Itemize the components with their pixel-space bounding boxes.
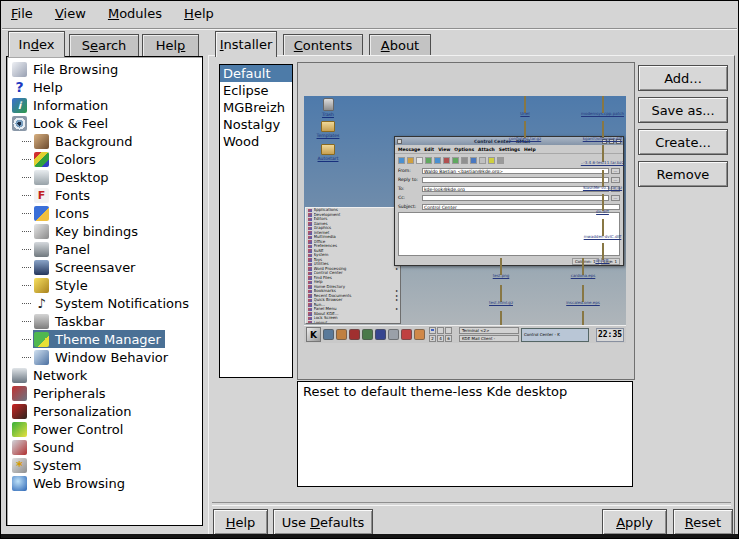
- theme-item-eclipse[interactable]: Eclipse: [220, 82, 292, 99]
- k-menu-item-icon: [308, 245, 312, 249]
- tree-item-network[interactable]: Network: [7, 366, 202, 384]
- k-menu-item-icon: [308, 236, 312, 240]
- menubar-item-view[interactable]: View: [46, 2, 95, 24]
- tree-item-web-browsing[interactable]: Web Browsing: [7, 474, 202, 492]
- tree-item-peripherals[interactable]: Peripherals: [7, 384, 202, 402]
- theme-item-mgbreizh[interactable]: MGBreizh: [220, 99, 292, 116]
- tree-item-file-browsing[interactable]: File Browsing: [7, 60, 202, 78]
- tree-connector: [22, 339, 31, 340]
- mail-field-label: Subject:: [398, 204, 422, 209]
- theme-list[interactable]: Default Eclipse MGBreizh Nostalgy Wood: [219, 64, 293, 378]
- tree-item-label: Desktop: [55, 170, 109, 185]
- k-menu-item-icon: [308, 312, 312, 316]
- mail-toolbar-icon: [416, 157, 423, 164]
- drive-icon: [12, 62, 27, 77]
- mail-field-label: From:: [398, 168, 422, 173]
- tree-item-system-notifications[interactable]: ♪ System Notifications: [7, 294, 202, 312]
- tree-item-personalization[interactable]: Personalization: [7, 402, 202, 420]
- tree-item-colors[interactable]: Colors: [7, 150, 202, 168]
- desktop-icon-label: Trash: [306, 112, 350, 117]
- tree-item-label: Network: [33, 368, 87, 383]
- help-button[interactable]: Help: [213, 509, 268, 535]
- tab-about[interactable]: About: [369, 34, 431, 57]
- menubar-item-modules[interactable]: Modules: [99, 2, 171, 24]
- reset-button[interactable]: Reset: [673, 509, 733, 535]
- tree-item-screensaver[interactable]: Screensaver: [7, 258, 202, 276]
- question-mark-icon: ?: [12, 80, 27, 95]
- menubar-item-file[interactable]: File: [2, 2, 42, 24]
- tree-connector: [22, 195, 31, 196]
- tree-item-look-and-feel[interactable]: Look & Feel: [7, 114, 202, 132]
- tree-item-fonts[interactable]: F Fonts: [7, 186, 202, 204]
- mail-toolbar-icon: [479, 157, 486, 164]
- k-menu-item-icon: [308, 258, 312, 262]
- apply-button[interactable]: Apply: [602, 509, 667, 535]
- speaker-icon: [12, 440, 27, 455]
- k-menu-item-icon: [308, 249, 312, 253]
- theme-item-nostalgy[interactable]: Nostalgy: [220, 116, 292, 133]
- file-icon: [602, 170, 604, 187]
- desktop-icon-label: Autostart: [306, 156, 350, 161]
- use-defaults-button[interactable]: Use Defaults: [273, 509, 373, 535]
- tree-item-taskbar[interactable]: Taskbar: [7, 312, 202, 330]
- file-icon: [500, 285, 502, 302]
- tree-item-label: Panel: [55, 242, 90, 257]
- eye-icon: [12, 116, 27, 131]
- file-icon-entry: inscaled.one.eps: [540, 286, 626, 306]
- tree-item-desktop[interactable]: Desktop: [7, 168, 202, 186]
- panel-app-icon: [362, 329, 373, 340]
- k-menu-item-icon: [308, 231, 312, 235]
- tree-item-style[interactable]: Style: [7, 276, 202, 294]
- remove-button[interactable]: Remove: [638, 161, 728, 187]
- tree-connector: [22, 303, 31, 304]
- tab-help[interactable]: Help: [142, 34, 199, 57]
- k-menu-item-icon: [308, 218, 312, 222]
- file-icon: [602, 121, 604, 138]
- file-icon-entry: cardona.eps: [540, 259, 626, 279]
- menubar-item-help[interactable]: Help: [175, 2, 223, 24]
- mail-menu-item: Message: [398, 147, 420, 152]
- k-menu-item-icon: [308, 222, 312, 226]
- tree-connector: [22, 249, 31, 250]
- panel-icon: [34, 242, 49, 257]
- theme-item-default[interactable]: Default: [220, 65, 292, 82]
- tree-item-key-bindings[interactable]: Key bindings: [7, 222, 202, 240]
- desktop-icon: Trash: [306, 98, 350, 117]
- tree-connector: [22, 141, 31, 142]
- tree-item-information[interactable]: i Information: [7, 96, 202, 114]
- pager-cell: [437, 327, 444, 334]
- k-menu-item-icon: [308, 240, 312, 244]
- tree-item-theme-manager[interactable]: Theme Manager: [7, 330, 202, 348]
- pager-cell: 2: [429, 335, 436, 342]
- k-menu-item-icon: [308, 272, 312, 276]
- theme-item-wood[interactable]: Wood: [220, 133, 292, 150]
- tree-item-window-behavior[interactable]: Window Behavior: [7, 348, 202, 366]
- tree-item-panel[interactable]: Panel: [7, 240, 202, 258]
- tree-item-power-control[interactable]: Power Control: [7, 420, 202, 438]
- k-menu-item-icon: [308, 299, 312, 303]
- file-label: cardona.eps: [540, 274, 626, 279]
- network-icon: [12, 368, 27, 383]
- tree-connector: [22, 267, 31, 268]
- tree-item-system[interactable]: * System: [7, 456, 202, 474]
- tree-connector: [22, 357, 31, 358]
- tab-search[interactable]: Search: [69, 34, 139, 57]
- tree-item-icons[interactable]: Icons: [7, 204, 202, 222]
- task-button: Terminal <2>: [459, 327, 519, 334]
- save-as-button[interactable]: Save as...: [638, 97, 728, 123]
- tab-index[interactable]: Index: [8, 31, 65, 57]
- desktop-icon: Templates: [306, 121, 350, 138]
- tree-item-label: Help: [33, 80, 63, 95]
- tree-connector: [22, 159, 31, 160]
- power-icon: [12, 422, 27, 437]
- create-button[interactable]: Create...: [638, 129, 728, 155]
- add-button[interactable]: Add...: [638, 65, 728, 91]
- file-label: mwadden-dvlC.diff: [580, 235, 625, 240]
- desktop-pager: 2 4 6: [429, 327, 452, 342]
- tree-item-help[interactable]: ? Help: [7, 78, 202, 96]
- tree-item-label: Personalization: [33, 404, 132, 419]
- tree-item-sound[interactable]: Sound: [7, 438, 202, 456]
- tab-contents[interactable]: Contents: [283, 34, 363, 57]
- tree-item-background[interactable]: Background: [7, 132, 202, 150]
- tab-installer[interactable]: Installer: [215, 31, 277, 57]
